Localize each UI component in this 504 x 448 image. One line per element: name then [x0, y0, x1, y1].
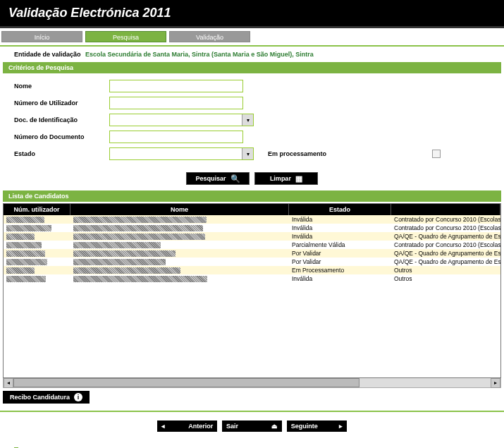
scroll-thumb[interactable]: [13, 378, 359, 387]
cell-nome: [70, 215, 289, 224]
nav-pesquisa[interactable]: Pesquisa: [85, 31, 166, 42]
cell-extra: QA/QE - Quadro de Agrupamento de Esc: [391, 249, 500, 258]
search-icon: 🔍: [231, 174, 240, 183]
limpar-button[interactable]: Limpar ▦: [254, 172, 318, 185]
cell-extra: Outros: [391, 266, 500, 274]
sair-button[interactable]: Sair ⏏: [222, 420, 282, 432]
cell-extra: QA/QE - Quadro de Agrupamento de Esc: [391, 258, 500, 266]
em-proc-label: Em processamento: [268, 150, 326, 157]
table-row[interactable]: InválidaOutros: [4, 274, 500, 283]
cell-nome: [70, 249, 289, 258]
seguinte-label: Seguinte: [291, 423, 318, 430]
entity-value: Escola Secundária de Santa Maria, Sintra…: [85, 51, 314, 58]
table-row[interactable]: Parcialmente VálidaContratado por Concur…: [4, 241, 500, 249]
cell-num: [4, 266, 70, 274]
cell-nome: [70, 258, 289, 266]
action-row: Pesquisar 🔍 Limpar ▦: [0, 169, 504, 190]
entity-label: Entidade de validação: [14, 51, 81, 58]
arrow-right-icon: ▸: [339, 423, 343, 430]
cell-nome: [70, 274, 289, 283]
table-row[interactable]: InválidaContratado por Concurso 2010 (Es…: [4, 215, 500, 224]
criteria-form: Nome Número de Utilizador Doc. de Identi…: [0, 73, 504, 169]
seguinte-button[interactable]: Seguinte ▸: [287, 420, 347, 432]
cell-estado: Por Validar: [289, 249, 391, 258]
table-row[interactable]: Por ValidarQA/QE - Quadro de Agrupamento…: [4, 249, 500, 258]
num-util-input[interactable]: [109, 97, 243, 109]
cell-extra: Outros: [391, 274, 500, 283]
table-row[interactable]: InválidaQA/QE - Quadro de Agrupamento de…: [4, 232, 500, 241]
cell-extra: Contratado por Concurso 2010 (Escolas c: [391, 224, 500, 232]
anterior-button[interactable]: ◂ Anterior: [157, 420, 217, 432]
table-head: Núm. utilizador Nome Estado: [4, 204, 500, 215]
table-row[interactable]: Em ProcessamentoOutros: [4, 266, 500, 274]
recibo-button[interactable]: Recibo Candidatura i: [3, 391, 90, 404]
cell-estado: Inválida: [289, 274, 391, 283]
cell-num: [4, 258, 70, 266]
col-nome[interactable]: Nome: [70, 204, 289, 215]
limpar-label: Limpar: [270, 175, 291, 182]
doc-id-select[interactable]: ▾: [109, 114, 254, 126]
estado-label: Estado: [14, 150, 109, 157]
footer: dgrhe Direcção Geral dos Recursos Humano…: [0, 440, 504, 448]
cell-estado: Em Processamento: [289, 266, 391, 274]
num-doc-input[interactable]: [109, 131, 243, 143]
candidates-table: Núm. utilizador Nome Estado InválidaCont…: [3, 203, 501, 378]
cell-num: [4, 215, 70, 224]
cell-extra: Contratado por Concurso 2010 (Escolas c: [391, 215, 500, 224]
cell-nome: [70, 266, 289, 274]
chevron-down-icon: ▾: [242, 148, 253, 159]
cell-num: [4, 224, 70, 232]
info-icon: i: [74, 393, 82, 401]
pesquisar-button[interactable]: Pesquisar 🔍: [186, 172, 250, 185]
criteria-header: Critérios de Pesquisa: [3, 62, 501, 73]
app-header: Validação Electrónica 2011: [0, 0, 504, 28]
clear-icon: ▦: [295, 174, 302, 183]
col-extra[interactable]: [391, 204, 500, 215]
nome-label: Nome: [14, 83, 109, 90]
cell-num: [4, 249, 70, 258]
nav-validacao[interactable]: Validação: [169, 31, 250, 42]
chevron-down-icon: ▾: [242, 114, 253, 126]
entity-row: Entidade de validação Escola Secundária …: [0, 47, 504, 62]
nome-input[interactable]: [109, 80, 243, 92]
cell-estado: Inválida: [289, 224, 391, 232]
main-nav: Início Pesquisa Validação: [0, 28, 504, 47]
nav-inicio[interactable]: Início: [1, 31, 82, 42]
pesquisar-label: Pesquisar: [196, 175, 226, 182]
col-num[interactable]: Núm. utilizador: [4, 204, 70, 215]
horizontal-scrollbar[interactable]: ◂ ▸: [3, 378, 501, 388]
cell-nome: [70, 224, 289, 232]
cell-num: [4, 274, 70, 283]
cell-estado: Inválida: [289, 215, 391, 224]
num-util-label: Número de Utilizador: [14, 99, 109, 107]
anterior-label: Anterior: [188, 423, 213, 430]
bottom-nav: ◂ Anterior Sair ⏏ Seguinte ▸: [0, 411, 504, 440]
cell-estado: Inválida: [289, 232, 391, 241]
cell-extra: QA/QE - Quadro de Agrupamento de Esc: [391, 232, 500, 241]
table-row[interactable]: Por ValidarQA/QE - Quadro de Agrupamento…: [4, 258, 500, 266]
doc-id-label: Doc. de Identificação: [14, 116, 109, 123]
em-proc-checkbox[interactable]: [432, 150, 441, 158]
table-body: InválidaContratado por Concurso 2010 (Es…: [4, 215, 500, 377]
cell-estado: Por Validar: [289, 258, 391, 266]
cell-extra: Contratado por Concurso 2010 (Escolas c: [391, 241, 500, 249]
list-header: Lista de Candidatos: [3, 190, 501, 202]
recibo-label: Recibo Candidatura: [10, 394, 70, 401]
exit-icon: ⏏: [271, 423, 278, 430]
scroll-right-icon[interactable]: ▸: [491, 378, 500, 388]
col-estado[interactable]: Estado: [289, 204, 391, 215]
cell-num: [4, 241, 70, 249]
cell-num: [4, 232, 70, 241]
sair-label: Sair: [226, 423, 238, 430]
num-doc-label: Número do Documento: [14, 133, 109, 140]
app-title: Validação Electrónica 2011: [8, 6, 496, 20]
cell-nome: [70, 241, 289, 249]
estado-select[interactable]: ▾: [109, 147, 254, 160]
cell-nome: [70, 232, 289, 241]
arrow-left-icon: ◂: [161, 423, 165, 430]
table-row[interactable]: InválidaContratado por Concurso 2010 (Es…: [4, 224, 500, 232]
scroll-left-icon[interactable]: ◂: [4, 378, 13, 388]
cell-estado: Parcialmente Válida: [289, 241, 391, 249]
